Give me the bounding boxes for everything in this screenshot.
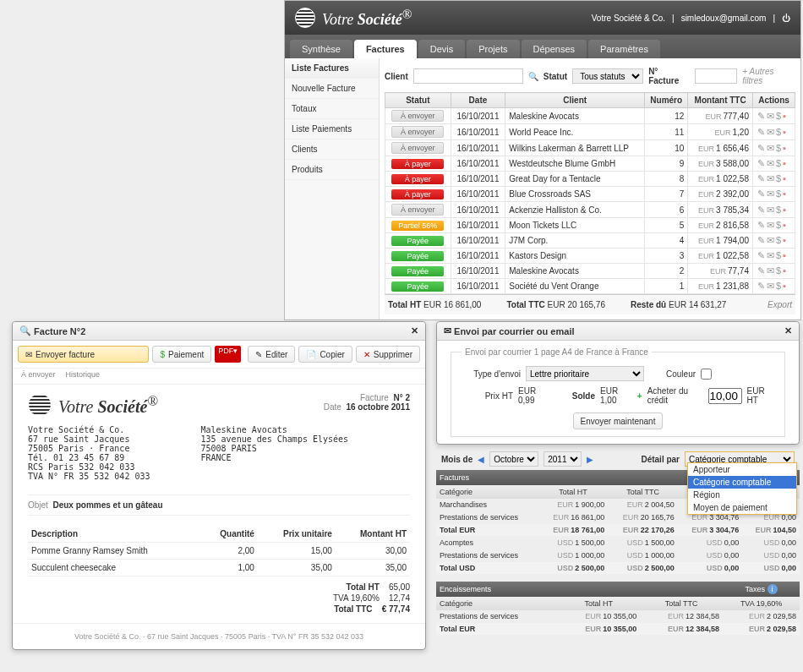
payment-button[interactable]: $ Paiement (152, 346, 211, 363)
table-row[interactable]: À payer 16/10/2011 Blue Crossroads SAS 7… (385, 187, 795, 202)
mail-icon[interactable]: ✉ (767, 265, 774, 276)
delete-icon[interactable]: ▪ (783, 250, 786, 260)
delete-button[interactable]: ✕ Supprimer (356, 346, 420, 363)
send-type-select[interactable]: Lettre prioritaire (526, 366, 644, 381)
search-icon[interactable]: 🔍 (528, 72, 538, 81)
client-search-input[interactable] (413, 68, 523, 84)
mail-icon[interactable]: ✉ (767, 281, 774, 291)
money-icon[interactable]: $ (776, 158, 781, 168)
edit-icon[interactable]: ✎ (757, 173, 765, 183)
mail-icon[interactable]: ✉ (767, 188, 774, 199)
edit-icon[interactable]: ✎ (757, 205, 765, 215)
mail-icon[interactable]: ✉ (767, 250, 774, 260)
money-icon[interactable]: $ (776, 205, 781, 215)
dropdown-option[interactable]: Moyen de paiement (688, 501, 796, 514)
money-icon[interactable]: $ (776, 250, 781, 260)
num-input[interactable] (695, 68, 737, 84)
sub-status[interactable]: À envoyer (21, 370, 56, 379)
month-select[interactable]: Octobre (489, 451, 538, 467)
tab-paramètres[interactable]: Paramètres (588, 40, 660, 58)
mail-icon[interactable]: ✉ (767, 143, 774, 153)
money-icon[interactable]: $ (776, 188, 781, 199)
send-invoice-button[interactable]: ✉ Envoyer facture (18, 346, 149, 363)
sidemenu-item[interactable]: Nouvelle Facture (285, 79, 379, 99)
color-checkbox[interactable] (701, 369, 712, 380)
edit-icon[interactable]: ✎ (757, 127, 765, 137)
edit-icon[interactable]: ✎ (757, 281, 765, 291)
tab-projets[interactable]: Projets (467, 40, 519, 58)
money-icon[interactable]: $ (776, 235, 781, 245)
copy-button[interactable]: 📄 Copier (298, 346, 352, 363)
tab-synthèse[interactable]: Synthèse (290, 40, 352, 58)
money-icon[interactable]: $ (776, 281, 781, 291)
mail-icon[interactable]: ✉ (767, 220, 774, 230)
table-row[interactable]: À envoyer 16/10/2011 Maleskine Avocats 1… (385, 108, 795, 124)
sidemenu-item[interactable]: Liste Paiements (285, 119, 379, 139)
edit-icon[interactable]: ✎ (757, 158, 765, 168)
credit-input[interactable] (708, 388, 742, 404)
table-row[interactable]: Partiel 56% 16/10/2011 Moon Tickets LLC … (385, 218, 795, 233)
table-row[interactable]: À envoyer 16/10/2011 Wilkins Lakerman & … (385, 140, 795, 156)
dropdown-option[interactable]: Apporteur (688, 463, 796, 476)
tab-dépenses[interactable]: Dépenses (522, 40, 587, 58)
table-row[interactable]: Payée 16/10/2011 Kastors Design 3 EUR1 0… (385, 249, 795, 264)
edit-icon[interactable]: ✎ (757, 188, 765, 199)
delete-icon[interactable]: ▪ (783, 111, 786, 121)
delete-icon[interactable]: ▪ (783, 143, 786, 153)
table-row[interactable]: Payée 16/10/2011 J7M Corp. 4 EUR1 794,00… (385, 233, 795, 249)
mail-icon[interactable]: ✉ (767, 111, 774, 121)
mail-icon[interactable]: ✉ (767, 127, 774, 137)
edit-icon[interactable]: ✎ (757, 220, 765, 230)
mail-icon[interactable]: ✉ (767, 158, 774, 168)
edit-icon[interactable]: ✎ (757, 265, 765, 276)
dropdown-option[interactable]: Région (688, 489, 796, 501)
sidemenu-item[interactable]: Produits (285, 160, 379, 180)
money-icon[interactable]: $ (776, 143, 781, 153)
edit-button[interactable]: ✎ Editer (248, 346, 295, 363)
export-link[interactable]: Export (767, 300, 792, 309)
sidemenu-item[interactable]: Totaux (285, 99, 379, 119)
money-icon[interactable]: $ (776, 220, 781, 230)
money-icon[interactable]: $ (776, 173, 781, 183)
money-icon[interactable]: $ (776, 265, 781, 276)
year-select[interactable]: 2011 (544, 451, 582, 467)
table-row[interactable]: À payer 16/10/2011 Westdeutsche Blume Gm… (385, 156, 795, 172)
detail-dropdown[interactable]: ApporteurCatégorie comptableRégionMoyen … (687, 462, 797, 515)
power-icon[interactable]: ⏻ (782, 14, 790, 23)
table-row[interactable]: Payée 16/10/2011 Société du Vent Orange … (385, 279, 795, 294)
tab-devis[interactable]: Devis (418, 40, 466, 58)
sub-history[interactable]: Historique (66, 370, 101, 379)
next-month-arrow[interactable]: ▶ (587, 455, 593, 464)
delete-icon[interactable]: ▪ (783, 127, 786, 137)
dropdown-option[interactable]: Catégorie comptable (688, 476, 796, 489)
table-row[interactable]: Payée 16/10/2011 Maleskine Avocats 2 EUR… (385, 264, 795, 279)
close-icon[interactable]: ✕ (784, 325, 792, 336)
tab-factures[interactable]: Factures (354, 40, 417, 58)
pdf-badge[interactable]: PDF▾ (215, 346, 241, 363)
send-now-button[interactable]: Envoyer maintenant (573, 412, 664, 429)
sidemenu-item[interactable]: Liste Factures (285, 58, 379, 79)
mail-icon[interactable]: ✉ (767, 173, 774, 183)
edit-icon[interactable]: ✎ (757, 111, 765, 121)
delete-icon[interactable]: ▪ (783, 173, 786, 183)
delete-icon[interactable]: ▪ (783, 220, 786, 230)
plus-icon[interactable]: + (637, 391, 642, 401)
close-icon[interactable]: ✕ (411, 325, 418, 336)
money-icon[interactable]: $ (776, 111, 781, 121)
money-icon[interactable]: $ (776, 127, 781, 137)
statut-select[interactable]: Tous statuts (572, 68, 643, 84)
prev-month-arrow[interactable]: ◀ (478, 455, 484, 464)
table-row[interactable]: À envoyer 16/10/2011 Ackenzie Halliston … (385, 202, 795, 218)
buy-credit-link[interactable]: Acheter du crédit (647, 386, 703, 405)
table-row[interactable]: À payer 16/10/2011 Great Day for a Tenta… (385, 172, 795, 187)
edit-icon[interactable]: ✎ (757, 143, 765, 153)
more-filters-link[interactable]: + Autres filtres (742, 67, 795, 85)
mail-icon[interactable]: ✉ (767, 205, 774, 215)
edit-icon[interactable]: ✎ (757, 250, 765, 260)
mail-icon[interactable]: ✉ (767, 235, 774, 245)
table-row[interactable]: À envoyer 16/10/2011 World Peace Inc. 11… (385, 124, 795, 140)
delete-icon[interactable]: ▪ (783, 188, 786, 199)
delete-icon[interactable]: ▪ (783, 158, 786, 168)
delete-icon[interactable]: ▪ (783, 265, 786, 276)
delete-icon[interactable]: ▪ (783, 235, 786, 245)
